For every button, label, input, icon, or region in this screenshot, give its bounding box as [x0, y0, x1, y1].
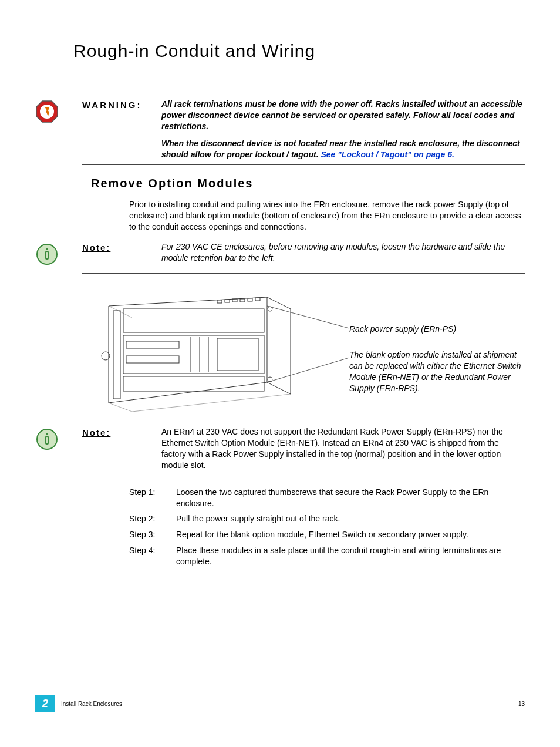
svg-rect-10	[225, 300, 230, 302]
warning-block: WARNING: All rack terminations must be d…	[35, 99, 525, 160]
figure: Rack power supply (ERn-PS) The blank opt…	[91, 288, 525, 412]
svg-rect-13	[248, 298, 252, 301]
svg-rect-8	[123, 376, 264, 391]
step-label: Step 4:	[129, 545, 176, 567]
step-text: Pull the power supply straight out of th…	[176, 513, 525, 524]
svg-point-2	[37, 244, 57, 264]
warning-label: WARNING:	[82, 100, 142, 110]
svg-rect-21	[217, 338, 258, 371]
svg-rect-16	[126, 356, 179, 363]
footer-section-name: Install Rack Enclosures	[61, 701, 518, 707]
figure-annotation-2: The blank option module installed at shi…	[349, 349, 525, 394]
svg-rect-14	[255, 298, 260, 301]
step-row: Step 4: Place these modules in a safe pl…	[129, 545, 525, 567]
step-label: Step 2:	[129, 513, 176, 524]
page-title: Rough-in Conduit and Wiring	[73, 41, 525, 61]
note-text-2: An ERn4 at 230 VAC does not support the …	[161, 426, 525, 471]
lockout-tagout-link[interactable]: See "Lockout / Tagout" on page 6.	[321, 150, 454, 159]
svg-rect-6	[123, 309, 264, 332]
note-1-divider	[82, 273, 525, 274]
info-icon	[35, 243, 59, 266]
svg-point-3	[46, 248, 48, 250]
page-footer: 2 Install Rack Enclosures 13	[35, 695, 525, 712]
svg-point-26	[37, 429, 57, 449]
intro-paragraph: Prior to installing conduit and pulling …	[129, 199, 525, 233]
note-2-divider	[82, 476, 525, 476]
steps-list: Step 1: Loosen the two captured thumbscr…	[129, 487, 525, 567]
step-label: Step 1:	[129, 487, 176, 509]
svg-point-27	[46, 433, 48, 435]
warning-icon	[35, 100, 59, 123]
chapter-number-box: 2	[35, 695, 55, 712]
note-label-2: Note:	[82, 428, 110, 438]
step-text: Loosen the two captured thumbscrews that…	[176, 487, 525, 509]
svg-rect-11	[232, 299, 237, 302]
svg-line-25	[267, 358, 349, 382]
step-row: Step 3: Repeat for the blank option modu…	[129, 529, 525, 540]
note-label-1: Note:	[82, 243, 110, 253]
step-row: Step 1: Loosen the two captured thumbscr…	[129, 487, 525, 509]
step-text: Place these modules in a safe place unti…	[176, 545, 525, 567]
page-number: 13	[518, 701, 525, 707]
svg-line-24	[267, 306, 349, 328]
step-row: Step 2: Pull the power supply straight o…	[129, 513, 525, 524]
note-text-1: For 230 VAC CE enclosures, before removi…	[161, 241, 525, 268]
svg-rect-5	[113, 311, 120, 399]
warning-divider	[82, 164, 525, 165]
enclosure-diagram	[91, 288, 349, 412]
svg-rect-15	[126, 341, 179, 348]
note-block-1: Note: For 230 VAC CE enclosures, before …	[35, 241, 525, 268]
step-label: Step 3:	[129, 529, 176, 540]
info-icon	[35, 428, 59, 451]
warning-para-2: When the disconnect device is not locate…	[161, 138, 525, 160]
subsection-title: Remove Option Modules	[91, 177, 525, 190]
note-block-2: Note: An ERn4 at 230 VAC does not suppor…	[35, 426, 525, 471]
step-text: Repeat for the blank option module, Ethe…	[176, 529, 525, 540]
title-divider	[91, 66, 525, 66]
svg-rect-12	[240, 299, 245, 302]
warning-para-1: All rack terminations must be done with …	[161, 99, 525, 132]
svg-rect-9	[217, 300, 222, 303]
figure-annotation-1: Rack power supply (ERn-PS)	[349, 324, 525, 335]
